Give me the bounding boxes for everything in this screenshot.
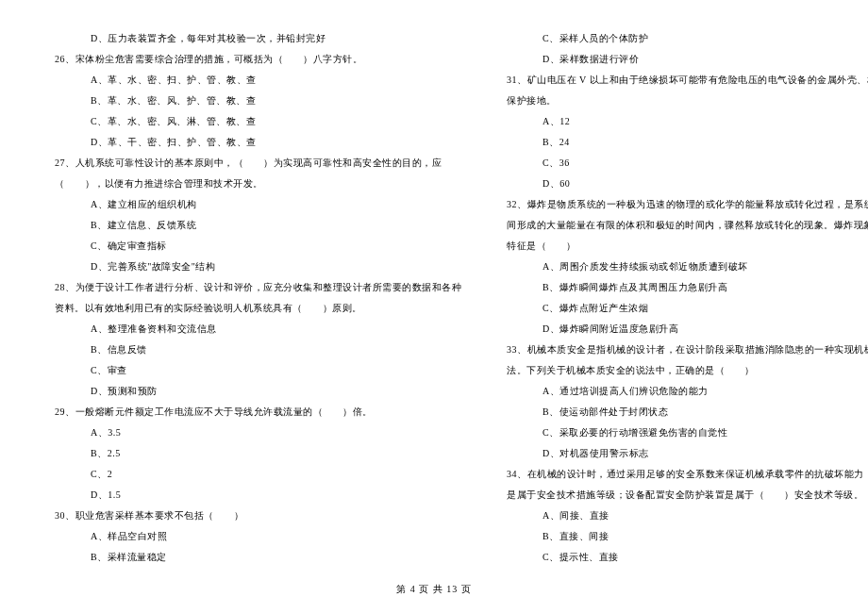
- text-line: B、使运动部件处于封闭状态: [490, 402, 868, 422]
- text-line: D、革、干、密、扫、护、管、教、查: [38, 132, 461, 153]
- text-line: B、信息反馈: [38, 340, 461, 360]
- text-line: A、样品空白对照: [38, 526, 461, 547]
- text-line: C、确定审查指标: [38, 236, 461, 257]
- text-line: 34、在机械的设计时，通过采用足够的安全系数来保证机械承载零件的抗破坏能力，这个…: [490, 464, 868, 485]
- text-line: A、建立相应的组织机构: [38, 194, 461, 215]
- text-line: 32、爆炸是物质系统的一种极为迅速的物理的或化学的能量释放或转化过程，是系统蕴藏…: [490, 194, 868, 215]
- text-line: （ ），以便有力推进综合管理和技术开发。: [38, 174, 461, 194]
- page-footer: 第 4 页 共 13 页: [0, 583, 868, 596]
- text-line: D、1.5: [38, 485, 461, 505]
- text-line: 31、矿山电压在 V 以上和由于绝缘损坏可能带有危险电压的电气设备的金属外壳、构…: [490, 70, 868, 91]
- text-line: A、3.5: [38, 422, 461, 443]
- text-line: C、采取必要的行动增强避免伤害的自觉性: [490, 422, 868, 443]
- text-line: C、36: [490, 153, 868, 174]
- text-line: D、预测和预防: [38, 381, 461, 402]
- text-line: D、爆炸瞬间附近温度急剧升高: [490, 319, 868, 340]
- right-column: C、采样人员的个体防护D、采样数据进行评价31、矿山电压在 V 以上和由于绝缘损…: [490, 28, 868, 568]
- text-line: B、直接、间接: [490, 526, 868, 547]
- text-line: B、革、水、密、风、护、管、教、查: [38, 91, 461, 111]
- text-line: D、采样数据进行评价: [490, 49, 868, 70]
- text-line: 26、宋体粉尘危害需要综合治理的措施，可概括为（ ）八字方针。: [38, 49, 461, 70]
- text-line: C、审查: [38, 360, 461, 381]
- text-line: D、完善系统"故障安全"结构: [38, 257, 461, 277]
- text-line: 29、一般熔断元件额定工作电流应不大于导线允许载流量的（ ）倍。: [38, 402, 461, 422]
- text-line: A、革、水、密、扫、护、管、教、查: [38, 70, 461, 91]
- text-line: A、整理准备资料和交流信息: [38, 319, 461, 340]
- text-line: C、革、水、密、风、淋、管、教、查: [38, 111, 461, 132]
- text-line: D、60: [490, 174, 868, 194]
- text-line: C、2: [38, 464, 461, 485]
- text-line: C、提示性、直接: [490, 547, 868, 568]
- text-line: A、12: [490, 111, 868, 132]
- text-line: B、2.5: [38, 443, 461, 464]
- text-line: 是属于安全技术措施等级；设备配置安全防护装置是属于（ ）安全技术等级。: [490, 485, 868, 505]
- text-line: C、采样人员的个体防护: [490, 28, 868, 49]
- text-line: C、爆炸点附近产生浓烟: [490, 298, 868, 319]
- text-line: 27、人机系统可靠性设计的基本原则中，（ ）为实现高可靠性和高安全性的目的，应: [38, 153, 461, 174]
- text-line: A、通过培训提高人们辨识危险的能力: [490, 381, 868, 402]
- text-line: 保护接地。: [490, 91, 868, 111]
- text-line: D、对机器使用警示标志: [490, 443, 868, 464]
- text-line: A、间接、直接: [490, 505, 868, 526]
- text-line: A、周围介质发生持续振动或邻近物质遭到破坏: [490, 257, 868, 277]
- left-column: D、压力表装置齐全，每年对其校验一次，并铅封完好26、宋体粉尘危害需要综合治理的…: [38, 28, 461, 568]
- text-line: 特征是（ ）: [490, 236, 868, 257]
- text-line: 间形成的大量能量在有限的体积和极短的时间内，骤然释放或转化的现象。爆炸现象最主要…: [490, 215, 868, 236]
- text-line: B、爆炸瞬间爆炸点及其周围压力急剧升高: [490, 277, 868, 298]
- text-line: 28、为便于设计工作者进行分析、设计和评价，应充分收集和整理设计者所需要的数据和…: [38, 277, 461, 298]
- text-line: 33、机械本质安全是指机械的设计者，在设计阶段采取措施消除隐患的一种实现机械安全…: [490, 340, 868, 360]
- text-line: D、压力表装置齐全，每年对其校验一次，并铅封完好: [38, 28, 461, 49]
- text-line: 法。下列关于机械本质安全的说法中，正确的是（ ）: [490, 360, 868, 381]
- text-line: 资料。以有效地利用已有的实际经验说明人机系统具有（ ）原则。: [38, 298, 461, 319]
- document-page: D、压力表装置齐全，每年对其校验一次，并铅封完好26、宋体粉尘危害需要综合治理的…: [0, 0, 868, 568]
- text-line: B、建立信息、反馈系统: [38, 215, 461, 236]
- text-line: B、采样流量稳定: [38, 547, 461, 568]
- text-line: B、24: [490, 132, 868, 153]
- text-line: 30、职业危害采样基本要求不包括（ ）: [38, 505, 461, 526]
